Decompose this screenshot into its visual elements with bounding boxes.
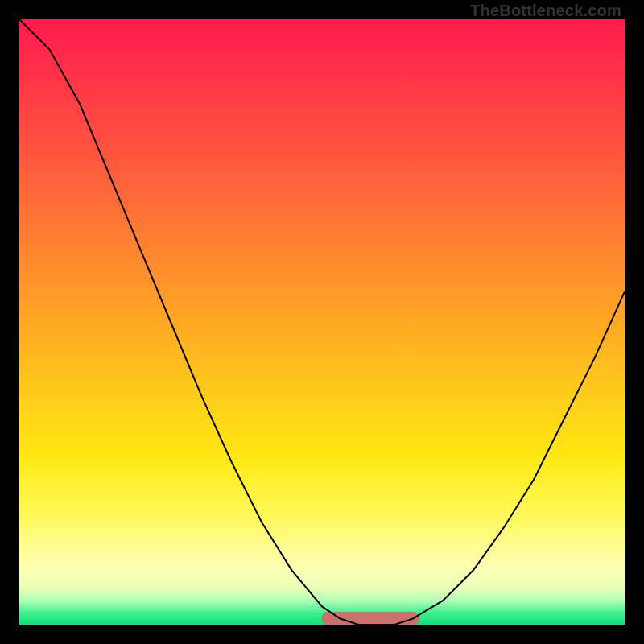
chart-svg [19,19,625,625]
watermark-text: TheBottleneck.com [470,2,621,20]
plot-area [19,19,625,625]
bottleneck-curve [19,19,625,625]
